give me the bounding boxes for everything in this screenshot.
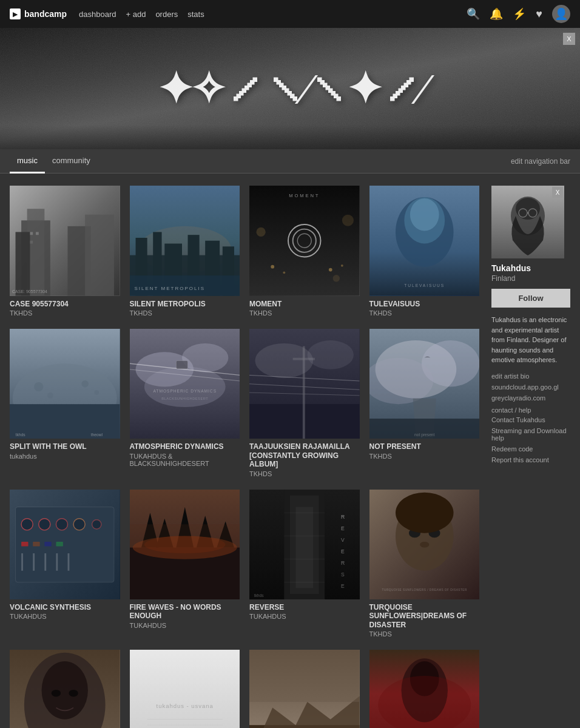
- album-title: ATMOSPHERIC DYNAMICS: [130, 442, 240, 451]
- svg-text:ATMOSPHERIC DYNAMICS: ATMOSPHERIC DYNAMICS: [153, 389, 217, 393]
- contact-artist-link[interactable]: Contact Tukahdus: [491, 416, 570, 423]
- album-item[interactable]: SILENT METROPOLIS SILENT METROPOLIS TKHD…: [130, 186, 240, 317]
- svg-point-31: [333, 275, 340, 281]
- svg-point-119: [52, 690, 61, 696]
- svg-rect-84: [33, 553, 35, 571]
- svg-rect-128: [249, 650, 360, 702]
- svg-text:BLACKSUNHIGHDESERT: BLACKSUNHIGHDESERT: [161, 396, 208, 400]
- svg-rect-40: [10, 404, 120, 439]
- sub-nav-links: music community: [10, 149, 98, 174]
- svg-rect-121: [130, 650, 240, 728]
- svg-rect-85: [44, 553, 46, 571]
- album-cover: [130, 490, 240, 600]
- report-account-link[interactable]: Report this account: [491, 456, 570, 463]
- album-cover: not present: [369, 329, 480, 439]
- svg-rect-5: [16, 232, 30, 295]
- music-grid: CASE: 905577304 CASE 905577304 TKHDS: [10, 186, 479, 728]
- svg-point-30: [342, 215, 354, 226]
- album-item[interactable]: VOLCANIC SYNTHESIS TUKAHDUS: [10, 490, 120, 638]
- svg-point-75: [39, 518, 50, 530]
- search-icon: 🔍: [467, 7, 480, 21]
- search-button[interactable]: 🔍: [467, 7, 480, 21]
- nav-stats[interactable]: stats: [187, 10, 204, 19]
- bell-icon: 🔔: [490, 7, 503, 21]
- svg-point-74: [21, 518, 33, 530]
- subnav-music[interactable]: music: [10, 149, 45, 174]
- artist-country: Finland: [491, 274, 570, 283]
- svg-point-77: [73, 518, 85, 530]
- album-item[interactable]: tukahdus: [249, 650, 360, 728]
- album-cover: [249, 329, 360, 439]
- greyclay-link[interactable]: greyclayradio.com: [491, 394, 570, 402]
- album-item[interactable]: FIRE WAVES - NO WORDS ENOUGH TUKAHDUS: [130, 490, 240, 638]
- album-item[interactable]: TULEVAISUUS TULEVAISUUS TKHDS: [369, 186, 480, 317]
- album-item[interactable]: tukahdus: [10, 650, 120, 728]
- notifications-button[interactable]: 🔔: [490, 7, 503, 21]
- bandcamp-icon: ▶: [10, 8, 21, 19]
- album-item[interactable]: SERENE VORTEX SERENE VORTEX tukahdus: [369, 650, 480, 728]
- navbar-right: 🔍 🔔 ⚡ ♥ 👤: [467, 5, 570, 23]
- svg-point-26: [283, 271, 285, 274]
- redeem-code-link[interactable]: Redeem code: [491, 445, 570, 453]
- album-item[interactable]: not present not present TKHDS: [369, 329, 480, 477]
- album-title: not present: [369, 442, 480, 451]
- album-item[interactable]: CASE: 905577304 CASE 905577304 TKHDS: [10, 186, 120, 317]
- album-title: MOMENT: [249, 300, 360, 308]
- svg-rect-81: [44, 542, 51, 547]
- album-item[interactable]: ATMOSPHERIC DYNAMICS BLACKSUNHIGHDESERT …: [130, 329, 240, 477]
- svg-text:MOMENT: MOMENT: [289, 193, 320, 198]
- lightning-button[interactable]: ⚡: [513, 7, 526, 21]
- svg-rect-80: [33, 542, 39, 547]
- sidebar-avatar-close[interactable]: X: [552, 187, 563, 198]
- navbar-links: dashboard + add orders stats: [79, 10, 204, 19]
- svg-text:tkhds: tkhds: [16, 433, 26, 437]
- wishlist-button[interactable]: ♥: [536, 8, 542, 21]
- album-title: TURQUOISE SUNFLOWERS|DREAMS OF DISASTER: [369, 603, 480, 629]
- album-item[interactable]: R E V E R S E tkhds REVERSE TUKAHDUS: [249, 490, 360, 638]
- album-item[interactable]: TAAJUUKSIEN RAJAMAILLA [constantly growi…: [249, 329, 360, 477]
- svg-point-63: [255, 343, 314, 378]
- user-avatar[interactable]: 👤: [552, 5, 570, 23]
- album-artist: TUKAHDUS: [10, 613, 120, 620]
- album-item[interactable]: tukahdus - usvana tukahdus - usvana tuka…: [130, 650, 240, 728]
- album-cover: R E V E R S E tkhds: [249, 490, 360, 600]
- svg-text:TURQUOISE SUNFLOWERS / DREAMS : TURQUOISE SUNFLOWERS / DREAMS OF DISASTE…: [382, 588, 467, 592]
- album-cover: SERENE VORTEX: [369, 650, 480, 728]
- artist-avatar: X: [491, 186, 564, 258]
- nav-dashboard[interactable]: dashboard: [79, 10, 116, 19]
- svg-rect-96: [295, 507, 313, 588]
- streaming-help-link[interactable]: Streaming and Download help: [491, 427, 570, 442]
- svg-point-136: [516, 198, 540, 220]
- svg-point-27: [329, 268, 332, 272]
- album-artist: TKHDS: [10, 309, 120, 317]
- nav-orders[interactable]: orders: [155, 10, 178, 19]
- navbar: ▶ bandcamp dashboard + add orders stats …: [0, 0, 580, 28]
- album-artist: TUKAHDUS: [130, 622, 240, 629]
- soundcloud-link[interactable]: soundcloud.app.goo.gl: [491, 383, 570, 391]
- svg-point-28: [341, 265, 343, 267]
- svg-point-120: [69, 690, 78, 696]
- edit-nav-button[interactable]: edit navigation bar: [511, 157, 570, 166]
- album-item[interactable]: MOMENT MOMENT TKHDS: [249, 186, 360, 317]
- svg-text:S: S: [341, 571, 345, 578]
- svg-rect-10: [30, 241, 33, 244]
- cover-label: CASE: 905577304: [12, 289, 47, 294]
- hero-close-button[interactable]: X: [563, 33, 575, 45]
- svg-point-41: [34, 382, 43, 391]
- brand-logo[interactable]: ▶ bandcamp: [10, 8, 67, 19]
- album-item[interactable]: TURQUOISE SUNFLOWERS / DREAMS OF DISASTE…: [369, 490, 480, 638]
- svg-text:theowl: theowl: [91, 433, 103, 437]
- album-cover: TURQUOISE SUNFLOWERS / DREAMS OF DISASTE…: [369, 490, 480, 600]
- artist-name: Tukahdus: [491, 263, 570, 273]
- follow-button[interactable]: Follow: [491, 289, 570, 308]
- hero-banner: ✦✧⟋⟍∕⟍✦⟋∕ X: [0, 28, 580, 149]
- svg-rect-8: [30, 232, 33, 235]
- album-artist: TKHDS: [249, 470, 360, 477]
- edit-artist-bio-link[interactable]: edit artist bio: [491, 372, 570, 380]
- album-item[interactable]: tkhds theowl split with the owl tukahdus: [10, 329, 120, 477]
- brand-name: bandcamp: [24, 9, 67, 19]
- album-title: split with the owl: [10, 442, 120, 451]
- svg-text:V: V: [341, 537, 345, 543]
- nav-add[interactable]: + add: [126, 10, 146, 19]
- subnav-community[interactable]: community: [45, 149, 98, 174]
